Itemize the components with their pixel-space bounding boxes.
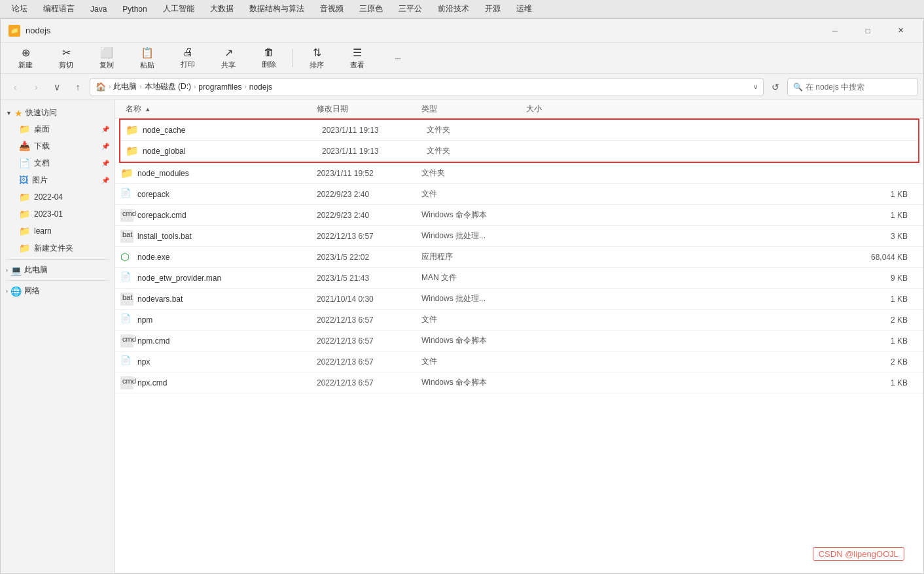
sidebar-item-new-folder[interactable]: 📁 新建文件夹 [1,240,115,257]
copy-icon: ⬜ [100,46,113,59]
file-name: npx [137,357,150,367]
new-button[interactable]: ⊕ 新建 [6,44,45,73]
tab-python[interactable]: Python [116,3,153,15]
file-row-node-cache[interactable]: 📁 node_cache 2023/1/11 19:13 文件夹 [120,120,918,141]
close-button[interactable]: ✕ [885,21,915,41]
sidebar-item-learn[interactable]: 📁 learn [1,223,115,240]
breadcrumb-bar[interactable]: 🏠 › 此电脑 › 本地磁盘 (D:) › programfiles › nod… [90,78,764,96]
file-row-corepack[interactable]: 📄 corepack 2022/9/23 2:40 文件 1 KB [115,184,923,205]
tab-media[interactable]: 音视频 [313,2,350,16]
file-name: node_global [143,147,185,156]
cut-icon: ✂ [62,46,71,59]
file-date: 2022/12/13 6:57 [317,315,421,325]
share-button[interactable]: ↗ 共享 [209,44,248,73]
col-header-date[interactable]: 修改日期 [317,103,421,115]
file-size: 9 KB [526,274,918,283]
search-input[interactable] [806,82,912,92]
sidebar-item-network[interactable]: › 🌐 网络 [1,283,115,298]
sidebar-item-this-pc[interactable]: › 💻 此电脑 [1,262,115,278]
search-box[interactable]: 🔍 [787,78,918,96]
tab-java[interactable]: Java [84,3,113,15]
col-header-name[interactable]: 名称 ▲ [120,103,317,115]
file-row-node-exe[interactable]: ⬡ node.exe 2023/1/5 22:02 应用程序 68,044 KB [115,247,923,268]
file-row-node-global[interactable]: 📁 node_global 2023/1/11 19:13 文件夹 [120,141,918,162]
up-button[interactable]: ↑ [69,78,87,96]
folder-icon: 📥 [19,141,30,151]
file-icon: 📄 [120,355,133,368]
file-type: MAN 文件 [421,272,526,283]
tab-opensource[interactable]: 开源 [478,2,507,16]
print-button[interactable]: 🖨 打印 [168,44,207,72]
recent-button[interactable]: ∨ [48,78,66,96]
paste-button[interactable]: 📋 粘贴 [128,44,167,73]
tab-sanping[interactable]: 三平公 [392,2,429,16]
more-button[interactable]: ··· [378,52,418,65]
file-date: 2022/12/13 6:57 [317,378,421,387]
col-header-size[interactable]: 大小 [526,103,918,115]
main-content: ▼ ★ 快速访问 📁 桌面 📌 📥 下载 📌 📄 文档 📌 [1,100,923,573]
tab-color[interactable]: 三原色 [353,2,389,16]
breadcrumb-this-pc[interactable]: 此电脑 [113,81,137,92]
view-button[interactable]: ☰ 查看 [338,44,377,73]
delete-button[interactable]: 🗑 删除 [249,44,289,72]
breadcrumb-programfiles[interactable]: programfiles [198,82,241,92]
file-row-node-modules[interactable]: 📁 node_modules 2023/1/11 19:52 文件夹 [115,163,923,184]
breadcrumb-nodejs[interactable]: nodejs [249,82,272,92]
sidebar-item-2023-01[interactable]: 📁 2023-01 [1,206,115,223]
tab-biancheng[interactable]: 编程语言 [37,2,81,16]
sidebar-item-desktop[interactable]: 📁 桌面 📌 [1,120,115,137]
toolbar: ⊕ 新建 ✂ 剪切 ⬜ 复制 📋 粘贴 🖨 打印 ↗ 共享 🗑 删除 ⇅ [1,43,923,74]
file-row-corepack-cmd[interactable]: cmd corepack.cmd 2022/9/23 2:40 Windows … [115,205,923,226]
view-label: 查看 [350,60,364,70]
file-size: 1 KB [526,378,918,387]
file-icon: 📄 [120,314,133,327]
sort-arrow-icon: ▲ [145,106,151,113]
file-row-node-etw[interactable]: 📄 node_etw_provider.man 2023/1/5 21:43 M… [115,268,923,289]
file-type: Windows 命令脚本 [421,377,526,388]
file-icon: ⬡ [120,251,133,264]
maximize-button[interactable]: □ [853,21,883,41]
file-type: 文件 [421,314,526,325]
sidebar-item-pics[interactable]: 🖼 图片 📌 [1,171,115,188]
copy-button[interactable]: ⬜ 复制 [87,44,126,73]
sidebar-item-2022-04[interactable]: 📁 2022-04 [1,188,115,206]
file-name: node_cache [143,126,185,135]
minimize-button[interactable]: ─ [820,21,850,41]
sort-button[interactable]: ⇅ 排序 [297,44,336,73]
file-name: npm [137,315,152,325]
sidebar-item-download[interactable]: 📥 下载 📌 [1,137,115,154]
file-icon: 📄 [120,188,133,201]
cut-button[interactable]: ✂ 剪切 [46,44,86,73]
folder-icon: 📁 [126,145,139,158]
file-row-npm[interactable]: 📄 npm 2022/12/13 6:57 文件 2 KB [115,310,923,331]
sidebar-item-label-pics: 图片 [32,175,48,186]
tab-datastruct[interactable]: 数据结构与算法 [243,2,311,16]
file-row-npm-cmd[interactable]: cmd npm.cmd 2022/12/13 6:57 Windows 命令脚本… [115,331,923,351]
delete-label: 删除 [262,60,276,69]
forward-button[interactable]: › [27,78,45,96]
refresh-button[interactable]: ↺ [766,78,785,96]
back-button[interactable]: ‹ [6,78,24,96]
quick-access-header[interactable]: ▼ ★ 快速访问 [1,105,115,120]
breadcrumb-drive[interactable]: 本地磁盘 (D:) [145,81,191,92]
file-type: 文件夹 [421,168,526,179]
file-list-header: 名称 ▲ 修改日期 类型 大小 [115,100,923,118]
file-row-npx-cmd[interactable]: cmd npx.cmd 2022/12/13 6:57 Windows 命令脚本… [115,372,923,393]
tab-bigdata[interactable]: 大数据 [204,2,240,16]
file-row-npx[interactable]: 📄 npx 2022/12/13 6:57 文件 2 KB [115,351,923,372]
file-date: 2022/12/13 6:57 [317,232,421,241]
sidebar-item-docs[interactable]: 📄 文档 📌 [1,154,115,171]
watermark: CSDN @lipengOOJL [813,547,904,561]
network-label: 网络 [24,285,40,296]
tab-ops[interactable]: 运维 [510,2,539,16]
pin-icon: 📌 [101,160,109,167]
file-row-install-tools[interactable]: bat install_tools.bat 2022/12/13 6:57 Wi… [115,226,923,247]
tab-luntan[interactable]: 论坛 [5,2,34,16]
file-type: Windows 命令脚本 [421,209,526,221]
tab-ai[interactable]: 人工智能 [156,2,201,16]
tab-frontier[interactable]: 前沿技术 [431,2,476,16]
col-header-type[interactable]: 类型 [421,103,526,115]
file-name: npm.cmd [137,336,169,346]
sidebar-item-label-new: 新建文件夹 [34,243,73,254]
file-row-nodevars[interactable]: bat nodevars.bat 2021/10/14 0:30 Windows… [115,289,923,310]
